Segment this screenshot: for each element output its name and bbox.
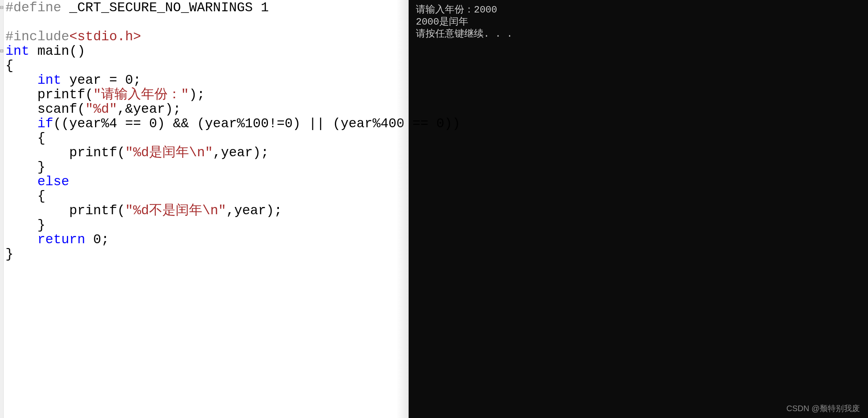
code-token [5,175,37,189]
fold-marker [0,145,3,159]
fold-marker [0,58,3,72]
fold-marker [0,159,3,174]
code-token: return [37,233,85,247]
code-token: int [5,44,29,59]
code-line[interactable]: int year = 0; [5,73,460,88]
code-token: printf( [5,146,125,160]
code-token [5,117,37,131]
code-token: ,year); [213,146,269,160]
console-line: 请输入年份：2000 [416,4,861,16]
code-line[interactable]: #define _CRT_SECURE_NO_WARNINGS 1 [5,1,460,15]
code-line[interactable]: } [5,160,460,175]
code-token: #define [5,1,61,15]
code-token: ,year); [226,204,282,218]
code-line[interactable]: else [5,175,460,189]
code-line[interactable]: int main() [5,44,460,59]
code-token [5,73,37,88]
code-token: int [37,73,61,88]
code-token: _CRT_SECURE_NO_WARNINGS 1 [61,1,269,15]
console-line: 2000是闰年 [416,16,861,28]
code-token [5,233,37,247]
code-line[interactable] [5,15,460,30]
code-token: #include [5,30,69,44]
console-line: 请按任意键继续. . . [416,28,861,40]
panel-divider-shadow [397,0,409,418]
fold-marker [0,130,3,145]
code-line[interactable]: scanf("%d",&year); [5,102,460,117]
code-line[interactable]: printf("%d不是闰年\n",year); [5,204,460,218]
code-line[interactable]: printf("%d是闰年\n",year); [5,146,460,160]
code-token: printf( [5,88,93,102]
code-token: scanf( [5,102,85,117]
fold-marker[interactable]: ⊟ [0,43,3,58]
code-line[interactable]: { [5,189,460,204]
code-token: } [5,160,45,175]
code-token: } [5,218,45,233]
fold-marker [0,72,3,87]
fold-marker [0,203,3,217]
code-token: 0; [85,233,109,247]
fold-marker [0,217,3,232]
code-token: printf( [5,204,125,218]
fold-marker [0,14,3,29]
code-token: "%d" [85,102,117,117]
fold-marker [0,232,3,246]
code-line[interactable]: if((year%4 == 0) && (year%100!=0) || (ye… [5,117,460,131]
code-token: "请输入年份：" [93,88,189,102]
code-token: { [5,189,45,204]
console-output-panel[interactable]: 请输入年份：20002000是闰年请按任意键继续. . . [409,0,868,418]
fold-marker [0,29,3,43]
code-token: else [37,175,69,189]
code-token: year = 0; [61,73,141,88]
code-token: <stdio.h> [69,30,141,44]
code-token: "%d是闰年\n" [125,146,213,160]
code-gutter: ⊟⊟ [0,0,4,418]
code-token: { [5,131,45,146]
code-token: } [5,247,13,262]
code-line[interactable]: return 0; [5,233,460,247]
code-token: if [37,117,54,131]
code-line[interactable]: printf("请输入年份："); [5,88,460,102]
code-editor-panel: ⊟⊟ #define _CRT_SECURE_NO_WARNINGS 1#inc… [0,0,409,418]
code-area[interactable]: #define _CRT_SECURE_NO_WARNINGS 1#includ… [4,0,460,418]
code-token: ,&year); [117,102,181,117]
code-line[interactable]: } [5,247,460,262]
code-token: main() [29,44,85,59]
fold-marker [0,188,3,203]
fold-marker [0,246,3,261]
fold-marker [0,101,3,116]
code-token: { [5,59,13,73]
fold-marker [0,87,3,101]
fold-marker[interactable]: ⊟ [0,0,3,14]
code-line[interactable]: { [5,59,460,73]
code-token: "%d不是闰年\n" [125,204,226,218]
code-line[interactable]: { [5,131,460,146]
code-line[interactable]: #include<stdio.h> [5,30,460,44]
code-line[interactable]: } [5,218,460,233]
code-token: ); [189,88,205,102]
fold-marker [0,174,3,188]
fold-marker [0,116,3,130]
watermark-text: CSDN @颓特别我废 [786,403,860,414]
